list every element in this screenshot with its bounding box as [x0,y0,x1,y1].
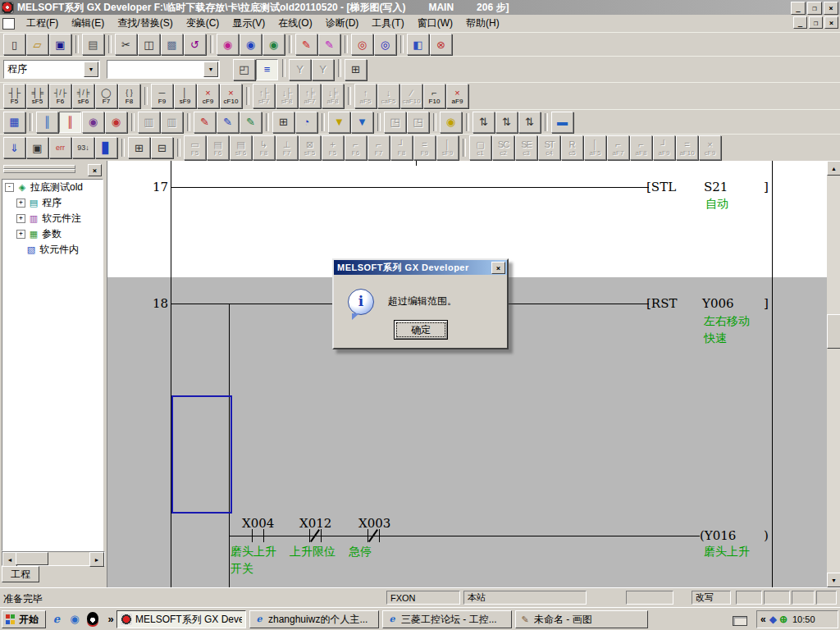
task-ie-forum-button[interactable]: e三菱工控论坛 - 工控... [382,610,512,628]
menu-item-1[interactable]: 编辑(E) [65,15,111,32]
tree-item-0[interactable]: +▤程序 [2,195,103,211]
hscroll-thumb[interactable] [16,552,48,565]
tree-item-1[interactable]: +▥软元件注 [2,211,103,226]
vscroll-thumb[interactable] [827,314,840,349]
sort-c-button[interactable]: ⇅ [518,112,541,133]
sort-b-button[interactable]: ⇅ [495,112,518,133]
sfc-line-af9-button[interactable]: ┘aF9 [653,135,675,160]
rising-pulse-branch-button[interactable]: ↑╞aF7 [299,84,321,108]
open-project-button[interactable]: ▱ [26,34,48,55]
delete-vertical-line-button[interactable]: ×cF10 [220,84,242,108]
monitor-mode-button[interactable]: ◉ [82,112,104,133]
menu-item-7[interactable]: 工具(T) [365,15,410,32]
quicklaunch-ie-icon[interactable]: e [49,612,64,627]
sfc-r-button[interactable]: Rc5 [561,135,583,160]
clock-setting-button[interactable]: ◔ [295,112,317,133]
statement-edit-mode-button[interactable]: ✎ [217,112,239,133]
sort-a-button[interactable]: ⇅ [472,112,495,133]
sfc-jump-button[interactable]: ↳F8 [253,135,275,160]
sfc-line-af8-button[interactable]: ⌐aF8 [630,135,652,160]
project-tree-toggle-button[interactable]: ≡ [256,59,278,80]
falling-pulse-branch-button[interactable]: ↓╞aF8 [322,84,344,108]
sfc-parallel-branch-button[interactable]: ⌐F7 [368,135,390,160]
sfc-end-step-button[interactable]: ⊥F7 [276,135,298,160]
cross-reference-button[interactable]: ⊞ [128,137,150,158]
macro-a-button[interactable]: Y [289,59,311,80]
horizontal-line-button[interactable]: ─F9 [151,84,173,108]
comment-check-button[interactable]: ⊗ [430,34,452,55]
scroll-up-icon[interactable]: ▲ [827,161,840,176]
sfc-line-af5-button[interactable]: │aF5 [584,135,606,160]
macro-b-button[interactable]: Y [312,59,334,80]
note-edit-mode-button[interactable]: ✎ [240,112,262,133]
tree-expand-box[interactable]: + [16,199,25,208]
sfc-selection-branch-button[interactable]: ⌐F6 [345,135,367,160]
menu-item-0[interactable]: 工程(F) [20,15,65,32]
child-window-icon[interactable] [2,18,15,30]
cut-button[interactable]: ✂ [115,34,137,55]
closed-branch-contact-button[interactable]: ╡/╞sF6 [72,84,94,108]
transfer-setup-button[interactable]: ⇓ [3,137,25,158]
monitor-bar-button[interactable]: ▬ [551,112,573,133]
sfc-st-button[interactable]: STc4 [538,135,560,160]
program-blocks-button[interactable]: ▣ [26,137,48,158]
scroll-right-icon[interactable]: ► [89,552,104,567]
menu-item-5[interactable]: 在线(O) [272,15,318,32]
delete-branch-button[interactable]: ×aF9 [446,84,468,108]
sfc-block-f6-button[interactable]: ▤F6 [207,135,229,160]
jump-source-button[interactable]: ◳ [384,112,406,133]
open-branch-contact-button[interactable]: ╡╞sF5 [26,84,48,108]
device-test-button[interactable]: ⊞ [272,112,294,133]
sfc-comment-button[interactable]: ▢c1 [469,135,491,160]
delete-horizontal-line-button[interactable]: ×cF9 [197,84,219,108]
device-combobox[interactable]: ▼ [107,60,220,79]
sfc-sc-button[interactable]: SCc2 [492,135,514,160]
tray-app-icon[interactable]: ◆ [769,614,777,625]
monitor-write-mode-button[interactable]: ◉ [105,112,127,133]
print-button[interactable]: ▤ [82,34,104,55]
ladder-canvas[interactable]: 17 [STL S21 ] 自动 18 [RST Y006 ] 左右移动 快速 … [107,161,827,587]
undo-button[interactable]: ↺ [184,34,206,55]
save-project-button[interactable]: ▣ [49,34,71,55]
parameter-page-button[interactable]: ◰ [233,59,255,80]
device-memory-page-button[interactable]: ⊞ [345,59,367,80]
project-tree-hscrollbar[interactable]: ◄ ► [2,551,105,566]
falling-pulse-button[interactable]: ↓├sF8 [276,84,298,108]
sfc-step-button[interactable]: ▭F5 [184,135,206,160]
block-list-button[interactable]: ▊ [95,137,117,158]
find-instruction-button[interactable]: ◉ [240,34,262,55]
ladder-vscrollbar[interactable]: ▲ ▼ [827,161,840,587]
rising-pulse-button[interactable]: ↑├sF7 [253,84,275,108]
ladder-window-button[interactable]: ▦ [3,112,25,133]
device-use-list-button[interactable]: ⊟ [151,137,173,158]
child-close-button[interactable]: × [824,16,838,29]
application-instruction-button[interactable]: { }F8 [118,84,140,108]
new-project-button[interactable]: ▯ [3,34,25,55]
statement-edit-button[interactable]: ✎ [318,34,340,55]
comment-edit-mode-button[interactable]: ✎ [194,112,216,133]
dialog-close-button[interactable]: × [491,262,505,274]
coil-button[interactable]: ◯F7 [95,84,117,108]
sfc-selection-join-button[interactable]: ┘F8 [390,135,413,160]
chevron-down-icon[interactable]: ▼ [84,62,98,77]
tree-expand-box[interactable]: + [16,230,25,239]
chevron-down-icon[interactable]: ▼ [203,62,218,77]
menu-item-4[interactable]: 显示(V) [226,15,272,32]
app-minimize-button[interactable]: _ [791,2,806,15]
task-paint-button[interactable]: ✎未命名 - 画图 [515,610,648,628]
sfc-se-button[interactable]: SEc3 [515,135,537,160]
app-restore-button[interactable]: ❐ [807,2,822,15]
menu-item-8[interactable]: 窗口(W) [411,15,459,32]
closed-contact-button[interactable]: ┤/├F6 [49,84,71,108]
sfc-line-af10-button[interactable]: =aF10 [676,135,698,160]
program-combobox[interactable]: 程序 ▼ [3,60,100,79]
monitor-zoom-b-button[interactable]: ◎ [374,34,396,55]
task-ie-zhanghuiwz-button[interactable]: ezhanghuiwz的个人主... [249,610,379,628]
app-close-button[interactable]: × [824,2,838,15]
task-gx-button[interactable]: MELSOFT系列 GX Deve... [116,610,246,628]
menu-item-3[interactable]: 变换(C) [180,15,226,32]
sfc-dummy-step-button[interactable]: ⊠sF5 [299,135,321,160]
ok-button[interactable]: 确定 [394,320,448,340]
copy-button[interactable]: ◫ [138,34,160,55]
quicklaunch-qq-icon[interactable] [85,612,100,627]
